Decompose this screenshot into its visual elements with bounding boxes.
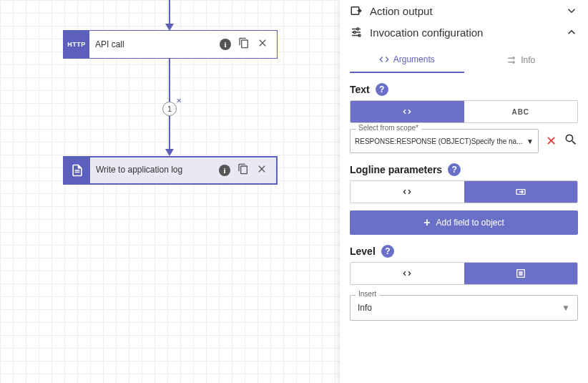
scope-floating-label: Select from scope* <box>356 124 421 132</box>
help-icon[interactable]: ? <box>448 163 461 176</box>
add-field-label: Add field to object <box>436 218 504 228</box>
help-icon[interactable]: ? <box>376 83 388 96</box>
field-label-logline: Logline parameters <box>350 164 442 175</box>
logline-mode-input[interactable] <box>464 181 578 203</box>
level-mode-code[interactable] <box>351 263 464 284</box>
field-label-level: Level <box>350 246 376 257</box>
info-icon[interactable]: i <box>220 39 231 50</box>
clear-icon[interactable]: ✕ <box>546 133 557 149</box>
scope-value: RESPONSE:RESPONSE (OBJECT)Specify the na… <box>355 137 523 145</box>
tab-arguments[interactable]: Arguments <box>350 47 464 73</box>
tab-label: Info <box>521 55 535 65</box>
svg-point-4 <box>513 57 514 59</box>
level-select[interactable]: Insert Info ▼ <box>350 295 578 321</box>
config-tabs: Arguments Info <box>350 47 578 73</box>
insert-floating-label: Insert <box>356 290 379 298</box>
node-label: API call <box>89 31 220 58</box>
text-mode-code[interactable] <box>351 101 464 122</box>
chevron-up-icon <box>565 26 578 39</box>
scope-select[interactable]: Select from scope* RESPONSE:RESPONSE (OB… <box>350 129 539 153</box>
list-icon <box>515 268 526 279</box>
text-mode-toggle: ABC <box>350 100 578 123</box>
edge-delete-icon[interactable]: ✕ <box>176 97 182 105</box>
svg-point-1 <box>357 28 359 30</box>
code-icon <box>401 106 413 117</box>
dropdown-icon: ▼ <box>526 137 534 145</box>
code-icon <box>379 54 389 64</box>
sliders-icon <box>350 26 363 39</box>
output-icon <box>350 4 363 17</box>
code-icon <box>401 186 413 198</box>
text-mode-abc[interactable]: ABC <box>464 101 578 122</box>
flow-canvas[interactable]: HTTP API call i 1 ✕ Write to application… <box>0 0 340 383</box>
logline-mode-toggle <box>350 180 578 203</box>
config-panel: Action output Invocation configuration A… <box>340 0 588 383</box>
chevron-down-icon <box>565 4 578 17</box>
tab-label: Arguments <box>393 54 435 64</box>
level-mode-toggle <box>350 262 578 285</box>
close-icon[interactable] <box>257 37 268 52</box>
copy-icon[interactable] <box>237 163 249 178</box>
section-title: Invocation configuration <box>370 26 483 39</box>
node-api-call[interactable]: HTTP API call i <box>63 30 278 59</box>
node-label: Write to application log <box>90 157 219 183</box>
arrow-down-icon <box>165 149 174 156</box>
tab-info[interactable]: Info <box>464 47 579 73</box>
field-label-text: Text <box>350 84 370 95</box>
sliders-icon <box>506 55 516 65</box>
code-icon <box>401 268 413 279</box>
level-mode-list[interactable] <box>464 263 578 284</box>
svg-point-2 <box>353 31 356 34</box>
section-action-output[interactable]: Action output <box>350 0 578 21</box>
plus-icon: + <box>423 216 430 229</box>
add-field-button[interactable]: + Add field to object <box>350 210 578 235</box>
help-icon[interactable]: ? <box>381 245 394 258</box>
level-value: Info <box>358 303 372 313</box>
edge-count-badge[interactable]: 1 <box>162 102 177 116</box>
dropdown-icon: ▼ <box>562 303 570 313</box>
search-icon[interactable] <box>564 132 578 150</box>
copy-icon[interactable] <box>238 37 250 52</box>
close-icon[interactable] <box>256 163 268 178</box>
input-icon <box>515 186 526 198</box>
http-badge: HTTP <box>64 31 89 58</box>
section-invocation-config[interactable]: Invocation configuration <box>350 21 578 43</box>
svg-point-5 <box>513 62 514 63</box>
logline-mode-code[interactable] <box>351 181 464 203</box>
edge-line <box>169 0 170 26</box>
document-icon <box>64 157 90 183</box>
node-write-log[interactable]: Write to application log i <box>63 156 278 185</box>
section-title: Action output <box>370 5 433 17</box>
info-icon[interactable]: i <box>219 165 230 176</box>
